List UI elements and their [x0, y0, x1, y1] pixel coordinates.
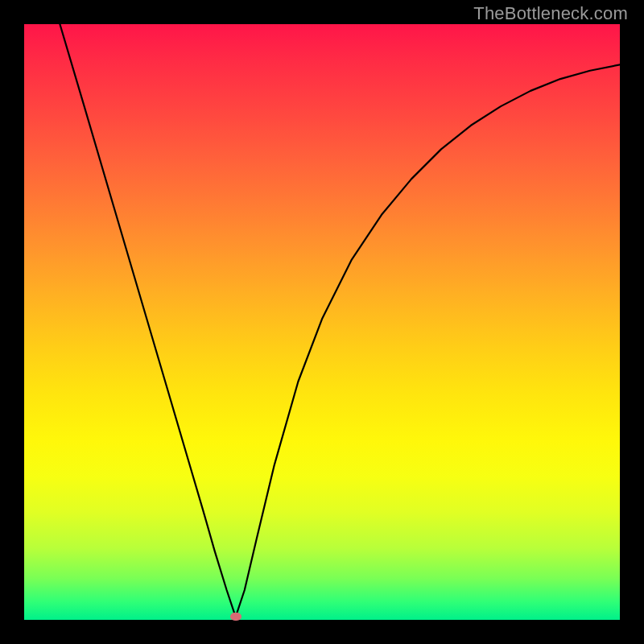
- chart-frame: TheBottleneck.com: [0, 0, 644, 644]
- minimum-marker: [230, 613, 242, 621]
- bottleneck-curve: [60, 24, 620, 617]
- plot-area: [24, 24, 620, 620]
- watermark-text: TheBottleneck.com: [473, 3, 628, 24]
- curve-svg: [24, 24, 620, 620]
